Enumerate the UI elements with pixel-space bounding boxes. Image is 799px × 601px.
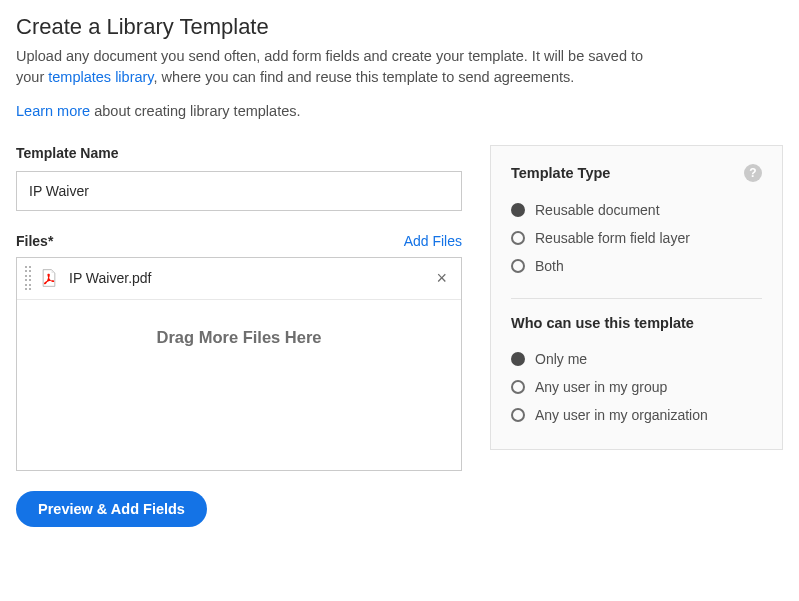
radio-label: Both [535, 258, 564, 274]
file-row[interactable]: IP Waiver.pdf × [17, 258, 461, 300]
files-header: Files* Add Files [16, 233, 462, 249]
files-label: Files* [16, 233, 53, 249]
template-type-group: Reusable document Reusable form field la… [511, 196, 762, 280]
radio-reusable-form-field-layer[interactable]: Reusable form field layer [511, 224, 762, 252]
help-icon[interactable]: ? [744, 164, 762, 182]
radio-reusable-document[interactable]: Reusable document [511, 196, 762, 224]
template-options-panel: Template Type ? Reusable document Reusab… [490, 145, 783, 450]
radio-label: Reusable form field layer [535, 230, 690, 246]
left-column: Template Name Files* Add Files [16, 145, 462, 471]
preview-add-fields-button[interactable]: Preview & Add Fields [16, 491, 207, 527]
who-can-use-title: Who can use this template [511, 315, 762, 331]
radio-label: Reusable document [535, 202, 660, 218]
radio-any-user-group[interactable]: Any user in my group [511, 373, 762, 401]
radio-icon [511, 203, 525, 217]
learn-more-link[interactable]: Learn more [16, 103, 90, 119]
who-can-use-group: Only me Any user in my group Any user in… [511, 345, 762, 429]
radio-any-user-org[interactable]: Any user in my organization [511, 401, 762, 429]
page-title: Create a Library Template [16, 14, 783, 40]
radio-both[interactable]: Both [511, 252, 762, 280]
radio-icon [511, 259, 525, 273]
pdf-icon [39, 267, 59, 289]
create-template-page: Create a Library Template Upload any doc… [0, 0, 799, 601]
drag-handle-icon[interactable] [25, 266, 33, 290]
radio-label: Any user in my group [535, 379, 667, 395]
add-files-link[interactable]: Add Files [404, 233, 462, 249]
template-type-header: Template Type ? [511, 164, 762, 182]
radio-only-me[interactable]: Only me [511, 345, 762, 373]
learn-more-post: about creating library templates. [90, 103, 300, 119]
intro-post: , where you can find and reuse this temp… [154, 69, 575, 85]
files-box: IP Waiver.pdf × Drag More Files Here [16, 257, 462, 471]
radio-label: Any user in my organization [535, 407, 708, 423]
template-type-title: Template Type [511, 165, 610, 181]
intro-text: Upload any document you send often, add … [16, 46, 656, 88]
right-column: Template Type ? Reusable document Reusab… [490, 145, 783, 450]
radio-label: Only me [535, 351, 587, 367]
learn-more-line: Learn more about creating library templa… [16, 103, 783, 119]
divider [511, 298, 762, 299]
radio-icon [511, 352, 525, 366]
drop-zone[interactable]: Drag More Files Here [17, 300, 461, 470]
templates-library-link[interactable]: templates library [48, 69, 153, 85]
form-columns: Template Name Files* Add Files [16, 145, 783, 471]
radio-icon [511, 408, 525, 422]
remove-file-icon[interactable]: × [432, 267, 451, 289]
template-name-input[interactable] [16, 171, 462, 211]
radio-icon [511, 231, 525, 245]
file-name: IP Waiver.pdf [69, 270, 432, 286]
template-name-label: Template Name [16, 145, 462, 161]
radio-icon [511, 380, 525, 394]
